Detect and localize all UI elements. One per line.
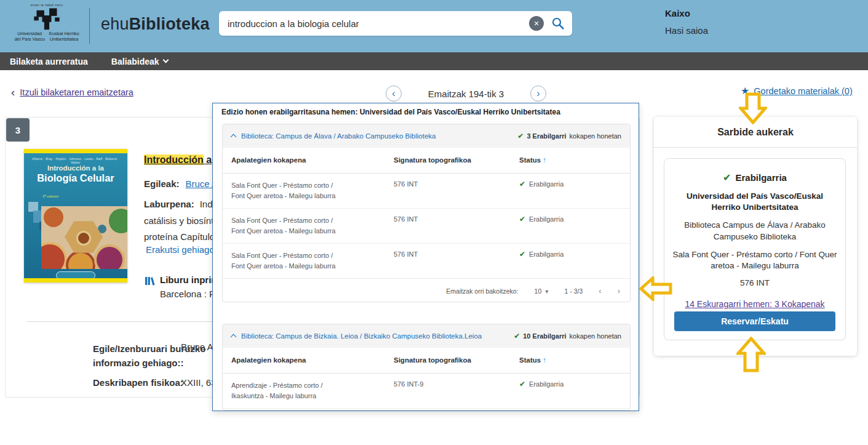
page-size-label: Emaitzak orri bakoitzeko: (446, 287, 518, 295)
reserve-button[interactable]: Reservar/Eskatu (674, 311, 835, 331)
header-divider (89, 8, 90, 44)
show-more-link[interactable]: Erakutsi gehiago (146, 244, 215, 255)
cover-title-line2: Biología Celular (24, 172, 127, 184)
greeting-label: Kaixo (665, 8, 708, 18)
call-number: 576 INT (672, 278, 838, 287)
detail-value-more-info: Bruce A (181, 342, 213, 352)
cover-stripe (24, 149, 127, 153)
chevron-down-icon (162, 57, 169, 63)
cover-stripe (24, 278, 127, 283)
holding-row: Sala Font Quer - Préstamo corto /Font Qu… (223, 244, 630, 279)
availability-summary: ✔ 10 Erabilgarri kokapen honetan (514, 332, 621, 340)
library-link[interactable]: Biblioteca: Campus de Álava / Arabako Ca… (241, 132, 436, 140)
logo-name-es: Universidad del País Vasco (14, 31, 44, 42)
column-call-number: Signatura topografikoa (394, 356, 471, 364)
pagination-row: Emaitzak orri bakoitzeko: 10▾ 1 - 3/3 ‹ … (223, 279, 630, 302)
institution-name: Universidad del País Vasco/Euskal Herrik… (672, 191, 838, 213)
page-range: 1 - 3/3 (565, 287, 583, 295)
back-chevron-icon: ‹ (11, 86, 15, 98)
main-nav: Bilaketa aurreratua Baliabideak (0, 52, 868, 70)
page-next-button[interactable]: › (618, 286, 620, 295)
column-status-sort[interactable]: Status ↑ (519, 356, 546, 364)
column-location: Apalategien kokapena (231, 156, 306, 164)
library-section-bizkaia: Biblioteca: Campus de Bizkaia. Leioa / B… (222, 324, 631, 411)
detail-value-physical: XXIII, 63 (181, 377, 217, 388)
sign-in-link[interactable]: Hasi saioa (665, 25, 708, 36)
printed-book-icon (144, 275, 156, 287)
check-icon: ✔ (519, 251, 525, 258)
locations-link[interactable]: 14 Eskuragarri hemen: 3 Kokapenak (685, 299, 824, 309)
library-section-alava: Biblioteca: Campus de Álava / Arabako Ca… (222, 124, 631, 302)
annotation-arrow-up (736, 337, 766, 372)
holding-summary-card: ✔ Erabilgarria Universidad del País Vasc… (664, 158, 846, 340)
result-index-badge: 3 (6, 118, 30, 142)
library-section-header[interactable]: Biblioteca: Campus de Álava / Arabako Ca… (223, 124, 630, 148)
record-format-row: Liburu inprim (144, 275, 220, 287)
result-counter: Emaitzak 194-tik 3 (400, 89, 532, 99)
search-input[interactable] (219, 11, 529, 36)
caret-down-icon: ▾ (545, 287, 548, 295)
sort-up-icon: ↑ (543, 356, 546, 364)
logo-name-eu: Euskal Herriko Unibertsitatea (49, 31, 79, 42)
brand-logo[interactable]: ehuBiblioteka (101, 15, 210, 34)
cover-edition: 3ª edición (42, 194, 58, 198)
authors-label: Egileak: (144, 178, 180, 189)
sort-up-icon: ↑ (543, 156, 546, 164)
modal-title: Edizio honen erabilgarritasuna hemen: Un… (221, 108, 631, 116)
availability-status: ✔ Erabilgarria (672, 172, 838, 183)
account-area: Kaixo Hasi saioa (665, 8, 708, 36)
access-options-panel: Sarbide aukerak ✔ Erabilgarria Universid… (654, 117, 857, 356)
search-bar: ✕ (219, 11, 572, 36)
check-icon: ✔ (723, 173, 731, 183)
library-link[interactable]: Biblioteca: Campus de Bizkaia. Leioa / B… (241, 332, 482, 340)
check-icon: ✔ (519, 180, 525, 188)
check-icon: ✔ (514, 332, 520, 340)
university-logo[interactable]: eman ta zabal zazu Universidad del País … (5, 3, 89, 42)
search-icon[interactable] (551, 17, 565, 30)
logo-motto: eman ta zabal zazu (5, 3, 89, 7)
library-section-header[interactable]: Biblioteca: Campus de Bizkaia. Leioa / B… (223, 324, 630, 348)
cover-title-line1: Introducción a la (24, 164, 127, 172)
check-icon: ✔ (519, 215, 525, 223)
book-cover[interactable]: Alberts · Bray · Hopkin · Johnson · Lewi… (24, 149, 127, 283)
page: eman ta zabal zazu Universidad del País … (0, 0, 868, 445)
check-icon: ✔ (517, 132, 524, 140)
record-summary-line3: proteína Capítulo (144, 231, 215, 242)
column-call-number: Signatura topografikoa (394, 156, 471, 164)
holding-row: Sala Font Quer - Préstamo corto /Font Qu… (223, 174, 630, 209)
nav-advanced-search[interactable]: Bilaketa aurreratua (10, 57, 88, 66)
format-label: Liburu inprim (160, 275, 220, 285)
nav-resources[interactable]: Baliabideak (111, 57, 168, 66)
check-icon: ✔ (519, 380, 525, 388)
record-summary-line2: catálisis y biosínte (144, 215, 219, 226)
annotation-arrow-down (739, 92, 767, 124)
collapse-icon (231, 334, 237, 340)
availability-summary: ✔ 3 Erabilgarri kokapen honetan (517, 132, 621, 140)
next-result-button[interactable]: › (530, 86, 546, 102)
top-header: eman ta zabal zazu Universidad del País … (0, 0, 868, 52)
shelf-location: Sala Font Quer - Préstamo corto / Font Q… (672, 249, 838, 271)
column-location: Apalategien kokapena (231, 356, 306, 364)
back-to-results-link[interactable]: ‹ Itzuli bilaketaren emaitzetara (11, 86, 133, 98)
clear-search-icon[interactable]: ✕ (529, 16, 544, 31)
publication-info: Barcelona : Pa (160, 289, 220, 299)
summary-label: Laburpena: (144, 199, 194, 209)
detail-label-physical: Deskribapen fisikoa: (93, 377, 183, 388)
collapse-icon (231, 134, 237, 140)
holding-row: Sala Font Quer - Préstamo corto /Font Qu… (223, 209, 630, 244)
library-name: Biblioteca Campus de Álava / Arabako Cam… (672, 220, 838, 242)
record-title: Introducción a (144, 154, 212, 166)
clipped-row (223, 409, 630, 411)
table-header-row: Apalategien kokapena Signatura topografi… (223, 348, 630, 374)
record-summary-line1: Laburpena:Indic (144, 199, 219, 209)
university-logo-icon (30, 7, 63, 30)
cover-authors: Alberts · Bray · Hopkin · Johnson · Lewi… (29, 157, 122, 164)
holding-row: Aprendizaje - Préstamo corto /Ikaskuntza… (223, 374, 630, 409)
page-size-select[interactable]: 10▾ (535, 287, 549, 295)
cover-art (41, 206, 127, 269)
annotation-arrow-left (639, 276, 672, 301)
availability-modal: Edizio honen erabilgarritasuna hemen: Un… (212, 103, 639, 411)
table-header-row: Apalategien kokapena Signatura topografi… (223, 148, 630, 174)
column-status-sort[interactable]: Status ↑ (519, 156, 546, 164)
page-prev-button[interactable]: ‹ (599, 286, 601, 295)
